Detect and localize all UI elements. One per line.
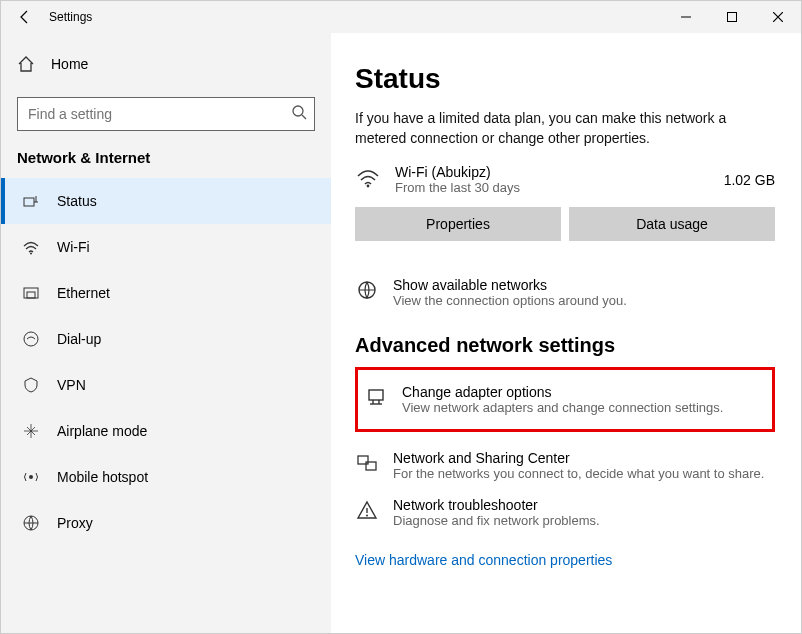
search-input[interactable]	[17, 97, 315, 131]
advanced-heading: Advanced network settings	[355, 334, 775, 357]
page-description: If you have a limited data plan, you can…	[355, 109, 775, 148]
ethernet-icon	[21, 284, 41, 302]
nav-label: Proxy	[57, 515, 93, 531]
show-networks-sub: View the connection options around you.	[393, 293, 627, 308]
nav-proxy[interactable]: Proxy	[1, 500, 331, 546]
show-networks-title: Show available networks	[393, 277, 627, 293]
svg-point-11	[367, 184, 370, 187]
home-nav[interactable]: Home	[1, 43, 331, 85]
nav-label: Dial-up	[57, 331, 101, 347]
close-button[interactable]	[755, 1, 801, 33]
trouble-sub: Diagnose and fix network problems.	[393, 513, 600, 528]
page-heading: Status	[355, 63, 775, 95]
minimize-button[interactable]	[663, 1, 709, 33]
airplane-icon	[21, 422, 41, 440]
adapter-sub: View network adapters and change connect…	[402, 400, 723, 415]
section-title: Network & Internet	[1, 149, 331, 178]
maximize-button[interactable]	[709, 1, 755, 33]
show-networks-link[interactable]: Show available networks View the connect…	[355, 269, 775, 316]
home-label: Home	[51, 56, 88, 72]
nav-ethernet[interactable]: Ethernet	[1, 270, 331, 316]
proxy-icon	[21, 514, 41, 532]
sharing-center-link[interactable]: Network and Sharing Center For the netwo…	[355, 442, 775, 489]
adapter-title: Change adapter options	[402, 384, 723, 400]
window-title: Settings	[49, 10, 92, 24]
nav-vpn[interactable]: VPN	[1, 362, 331, 408]
wifi-icon	[355, 165, 385, 195]
warning-icon	[355, 499, 379, 521]
hotspot-icon	[21, 468, 41, 486]
nav-wifi[interactable]: Wi-Fi	[1, 224, 331, 270]
svg-rect-13	[369, 390, 383, 400]
nav-label: VPN	[57, 377, 86, 393]
svg-point-2	[293, 106, 303, 116]
troubleshooter-link[interactable]: Network troubleshooter Diagnose and fix …	[355, 489, 775, 536]
nav-label: Mobile hotspot	[57, 469, 148, 485]
svg-point-9	[29, 475, 33, 479]
hardware-properties-link[interactable]: View hardware and connection properties	[355, 552, 775, 568]
nav-airplane[interactable]: Airplane mode	[1, 408, 331, 454]
data-usage-button[interactable]: Data usage	[569, 207, 775, 241]
dialup-icon	[21, 330, 41, 348]
properties-button[interactable]: Properties	[355, 207, 561, 241]
sharing-icon	[355, 452, 379, 474]
search-icon	[291, 104, 307, 124]
svg-line-3	[302, 115, 306, 119]
network-usage: 1.02 GB	[724, 172, 775, 188]
svg-point-5	[30, 253, 32, 255]
nav-label: Wi-Fi	[57, 239, 90, 255]
nav-status[interactable]: Status	[1, 178, 331, 224]
sidebar: Home Network & Internet Status Wi-Fi Eth…	[1, 33, 331, 633]
change-adapter-link[interactable]: Change adapter options View network adap…	[364, 376, 766, 423]
sharing-title: Network and Sharing Center	[393, 450, 764, 466]
svg-rect-6	[24, 288, 38, 298]
nav-hotspot[interactable]: Mobile hotspot	[1, 454, 331, 500]
network-name: Wi-Fi (Abukipz)	[395, 164, 724, 180]
svg-rect-1	[728, 13, 737, 22]
wifi-icon	[21, 238, 41, 256]
nav-label: Status	[57, 193, 97, 209]
adapter-icon	[364, 386, 388, 408]
back-button[interactable]	[1, 1, 49, 33]
nav-dialup[interactable]: Dial-up	[1, 316, 331, 362]
nav-label: Airplane mode	[57, 423, 147, 439]
svg-rect-7	[27, 292, 35, 298]
titlebar: Settings	[1, 1, 801, 33]
status-icon	[21, 192, 41, 210]
nav-label: Ethernet	[57, 285, 110, 301]
svg-point-8	[24, 332, 38, 346]
highlight-box: Change adapter options View network adap…	[355, 367, 775, 432]
network-summary: Wi-Fi (Abukipz) From the last 30 days 1.…	[355, 164, 775, 195]
home-icon	[17, 55, 35, 73]
main-panel: Status If you have a limited data plan, …	[331, 33, 801, 633]
trouble-title: Network troubleshooter	[393, 497, 600, 513]
nav-list: Status Wi-Fi Ethernet Dial-up VPN Airpla…	[1, 178, 331, 546]
sharing-sub: For the networks you connect to, decide …	[393, 466, 764, 481]
globe-icon	[355, 279, 379, 301]
network-period: From the last 30 days	[395, 180, 724, 195]
svg-point-20	[366, 515, 368, 517]
vpn-icon	[21, 376, 41, 394]
svg-rect-4	[24, 198, 34, 206]
